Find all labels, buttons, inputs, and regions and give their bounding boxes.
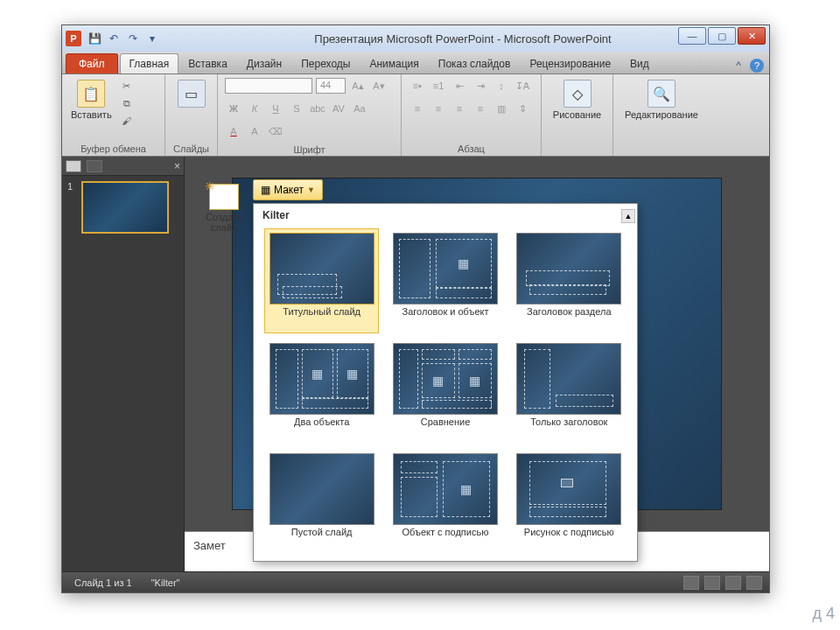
italic-icon[interactable]: К — [246, 101, 263, 116]
layout-label: Объект с подписью — [402, 527, 489, 550]
titlebar: P 💾 ↶ ↷ ▾ Презентация Microsoft PowerPoi… — [62, 25, 769, 52]
align-text-icon[interactable]: ⇕ — [514, 101, 531, 116]
shadow-icon[interactable]: S — [288, 101, 305, 116]
undo-icon[interactable]: ↶ — [106, 31, 122, 46]
align-center-icon[interactable]: ≡ — [430, 101, 447, 116]
text-direction-icon[interactable]: ↧A — [514, 78, 531, 94]
redo-icon[interactable]: ↷ — [125, 31, 141, 46]
scroll-up-icon[interactable]: ▲ — [621, 209, 635, 223]
indent-dec-icon[interactable]: ⇤ — [451, 78, 468, 94]
layout-blank[interactable]: Пустой слайд — [264, 449, 379, 554]
find-icon: 🔍 — [648, 80, 676, 108]
layout-thumb — [270, 233, 374, 304]
shrink-font-icon[interactable]: A▾ — [370, 78, 388, 94]
minimize-ribbon-icon[interactable]: ^ — [731, 58, 746, 74]
layout-thumb — [516, 343, 621, 415]
new-slide-button[interactable]: Создать слайд — [199, 178, 249, 239]
layout-label: Два объекта — [294, 416, 349, 439]
align-right-icon[interactable]: ≡ — [451, 101, 468, 116]
layout-two-content[interactable]: Два объекта — [264, 339, 379, 444]
tab-animations[interactable]: Анимация — [360, 53, 428, 74]
layout-thumb — [393, 343, 498, 415]
numbering-icon[interactable]: ≡1 — [430, 78, 447, 94]
layout-title-slide[interactable]: Титульный слайд — [264, 228, 379, 333]
maximize-button[interactable]: ▢ — [708, 27, 736, 45]
bullets-icon[interactable]: ≡▪ — [409, 78, 426, 94]
tab-slideshow[interactable]: Показ слайдов — [429, 53, 521, 74]
font-size-combo[interactable]: 44 — [316, 78, 346, 94]
group-editing: 🔍 Редактирование — [613, 74, 710, 156]
tab-view[interactable]: Вид — [620, 53, 659, 74]
group-clipboard: 📋 Вставить ✂ ⧉ 🖌 Буфер обмена — [62, 74, 165, 156]
copy-icon[interactable]: ⧉ — [119, 95, 135, 111]
font-family-combo[interactable] — [225, 78, 312, 94]
drawing-button[interactable]: ◇ Рисование — [551, 78, 603, 122]
tab-transitions[interactable]: Переходы — [291, 53, 360, 74]
slide-thumb-1[interactable]: 1 — [62, 176, 184, 239]
new-slide-label: Создать слайд — [199, 212, 249, 233]
thumb-number: 1 — [67, 181, 78, 234]
statusbar: Слайд 1 из 1 "Kilter" — [62, 571, 769, 592]
layout-comparison[interactable]: Сравнение — [388, 339, 502, 444]
editing-label: Редактирование — [625, 109, 698, 120]
layout-label: Сравнение — [421, 416, 471, 439]
new-slide-icon — [209, 184, 239, 210]
layout-dropdown-button[interactable]: ▦ Макет ▼ — [253, 179, 323, 200]
layout-section-header[interactable]: Заголовок раздела — [512, 228, 626, 333]
paste-icon: 📋 — [77, 80, 105, 108]
case-icon[interactable]: Aa — [351, 101, 368, 116]
columns-icon[interactable]: ▥ — [493, 101, 510, 116]
layout-picture-caption[interactable]: Рисунок с подписью — [512, 449, 626, 554]
spacing-icon[interactable]: AV — [330, 101, 347, 116]
outline-tab[interactable] — [87, 160, 102, 172]
ribbon: 📋 Вставить ✂ ⧉ 🖌 Буфер обмена ▭ Слайды — [62, 74, 769, 157]
thumbnails-tab[interactable] — [66, 160, 81, 172]
tab-design[interactable]: Дизайн — [237, 53, 291, 74]
strike-icon[interactable]: abc — [309, 101, 326, 116]
quick-access-toolbar: 💾 ↶ ↷ ▾ — [87, 31, 160, 46]
reading-view-icon[interactable] — [725, 576, 741, 590]
file-tab[interactable]: Файл — [66, 53, 118, 74]
layout-title-content[interactable]: Заголовок и объект — [388, 228, 502, 333]
bold-icon[interactable]: Ж — [225, 101, 242, 116]
align-left-icon[interactable]: ≡ — [409, 101, 426, 116]
group-paragraph: ≡▪ ≡1 ⇤ ⇥ ↕ ↧A ≡ ≡ ≡ ≡ ▥ ⇕ Абзац — [402, 74, 542, 156]
layout-content-caption[interactable]: Объект с подписью — [388, 449, 502, 554]
underline-icon[interactable]: Ч — [267, 101, 284, 116]
editing-button[interactable]: 🔍 Редактирование — [623, 78, 700, 122]
paste-button[interactable]: 📋 Вставить — [69, 78, 114, 122]
layout-gallery-popup: ▲ Kilter Титульный слайд Заголовок и объ… — [253, 203, 638, 562]
tab-insert[interactable]: Вставка — [178, 53, 237, 74]
qat-dropdown-icon[interactable]: ▾ — [144, 31, 160, 46]
layout-thumb — [516, 453, 621, 525]
format-painter-icon[interactable]: 🖌 — [119, 113, 135, 129]
highlight-icon[interactable]: A — [246, 123, 263, 139]
clear-format-icon[interactable]: ⌫ — [267, 123, 284, 139]
justify-icon[interactable]: ≡ — [472, 101, 489, 116]
indent-inc-icon[interactable]: ⇥ — [472, 78, 489, 94]
layout-title-only[interactable]: Только заголовок — [512, 339, 626, 444]
tab-review[interactable]: Рецензирование — [520, 53, 620, 74]
layout-grid: Титульный слайд Заголовок и объект Загол… — [254, 225, 637, 557]
cut-icon[interactable]: ✂ — [119, 78, 135, 94]
normal-view-icon[interactable] — [683, 576, 699, 590]
close-pane-icon[interactable]: × — [174, 160, 180, 172]
layout-thumb — [393, 453, 498, 525]
line-spacing-icon[interactable]: ↕ — [493, 78, 510, 94]
help-icon[interactable]: ? — [750, 59, 764, 73]
minimize-button[interactable]: — — [678, 27, 706, 45]
sorter-view-icon[interactable] — [704, 576, 720, 590]
save-icon[interactable]: 💾 — [87, 31, 102, 46]
grow-font-icon[interactable]: A▴ — [349, 78, 367, 94]
slides-button[interactable]: ▭ — [171, 78, 213, 109]
slideshow-view-icon[interactable] — [746, 576, 762, 590]
layout-thumb — [270, 343, 374, 415]
font-color-icon[interactable]: A — [225, 123, 242, 139]
layout-thumb — [516, 233, 621, 304]
window-controls: — ▢ ✕ — [678, 27, 766, 45]
tab-home[interactable]: Главная — [120, 53, 179, 74]
chevron-down-icon: ▼ — [307, 186, 315, 194]
group-slides-label: Слайды — [172, 142, 210, 154]
window-title: Презентация Microsoft PowerPoint - Micro… — [160, 32, 766, 46]
close-button[interactable]: ✕ — [738, 27, 766, 45]
